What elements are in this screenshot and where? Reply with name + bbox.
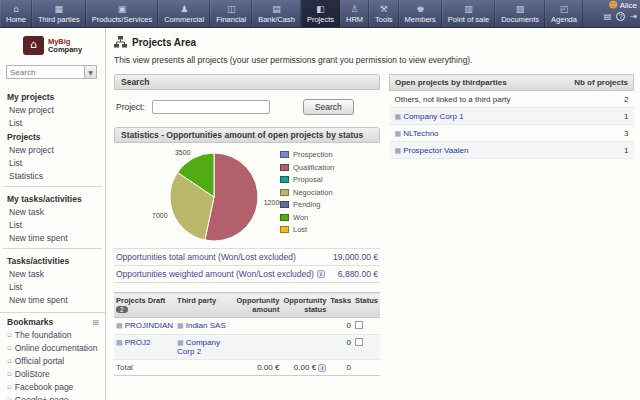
bookmarks-section: Bookmarks ⊞ ▫The foundation▫Online docum… bbox=[0, 312, 105, 400]
bookmark-item[interactable]: ▫Facebook page bbox=[0, 380, 105, 393]
tasks-cell: 0 bbox=[328, 335, 353, 360]
thirdparties-table: Open projects by thirdparties Nb of proj… bbox=[389, 74, 634, 159]
sidebar-item-new-project[interactable]: New project bbox=[0, 103, 105, 116]
bookmark-item[interactable]: ▫Google+ page bbox=[0, 393, 105, 400]
opportunity-status-cell bbox=[281, 318, 328, 335]
bookmark-item[interactable]: ▫The foundation bbox=[0, 328, 105, 341]
sidebar-item-list[interactable]: List bbox=[0, 156, 105, 169]
col-opportunity-amount[interactable]: Opportunity amount bbox=[232, 293, 282, 318]
bookmark-item[interactable]: ▫DoliStore bbox=[0, 367, 105, 380]
project-ref-link[interactable]: PROJINDIAN bbox=[125, 321, 173, 330]
menu-item-label: HRM bbox=[346, 15, 363, 24]
sidebar-item-list[interactable]: List bbox=[0, 218, 105, 231]
opportunity-status-cell bbox=[281, 335, 328, 360]
weighted-amount-row: Opportunities weighted amount (Won/Lost … bbox=[114, 266, 380, 283]
printer-icon[interactable]: ▤ bbox=[604, 12, 612, 21]
thirdparty-link[interactable]: NLTechno bbox=[403, 129, 438, 138]
third-parties-icon: ▦ bbox=[55, 4, 64, 14]
legend-item: Negociation bbox=[280, 188, 334, 197]
col-tasks[interactable]: Tasks bbox=[328, 293, 353, 318]
sidebar-item-new-task[interactable]: New task bbox=[0, 205, 105, 218]
bookmark-icon: ▫ bbox=[7, 383, 12, 391]
company-icon: ▦ bbox=[395, 130, 402, 138]
col-projects-draft[interactable]: Projects Draft 2 bbox=[114, 293, 175, 318]
project-icon: ▤ bbox=[116, 322, 123, 330]
thirdparty-row: Others, not linked to a third party2 bbox=[390, 91, 634, 108]
tasks-cell: 0 bbox=[328, 318, 353, 335]
legend-label: Won bbox=[293, 213, 308, 222]
sidebar-section-title: My projects bbox=[0, 89, 105, 103]
user-name[interactable]: Alice bbox=[620, 1, 637, 10]
total-amount-label[interactable]: Opportunities total amount (Won/Lost exc… bbox=[116, 252, 296, 262]
menu-item-projects[interactable]: ◧Projects bbox=[301, 0, 340, 27]
project-count: 1 bbox=[551, 142, 633, 159]
third-party-link[interactable]: Indian SAS bbox=[186, 321, 226, 330]
stats-body: 1200070003500 ProspectionQualificationPr… bbox=[114, 143, 380, 248]
col-status[interactable]: Status bbox=[353, 293, 380, 318]
col-opportunity-status[interactable]: Opportunity status bbox=[281, 293, 328, 318]
menu-item-agenda[interactable]: ◰Agenda bbox=[545, 0, 583, 27]
bookmark-item[interactable]: ▫Online documentation bbox=[0, 341, 105, 354]
bookmark-item[interactable]: ▫Official portal bbox=[0, 354, 105, 367]
weighted-amount-label[interactable]: Opportunities weighted amount (Won/Lost … bbox=[116, 269, 314, 279]
amounts-section: Opportunities total amount (Won/Lost exc… bbox=[114, 248, 380, 283]
status-draft-icon bbox=[355, 338, 363, 346]
projects-icon: ◧ bbox=[316, 4, 325, 14]
opportunity-amount-cell bbox=[232, 318, 282, 335]
third-party-cell: ▦Indian SAS bbox=[175, 318, 232, 335]
opportunity-amount-cell bbox=[232, 335, 282, 360]
sidebar-item-new-time-spent[interactable]: New time spent bbox=[0, 231, 105, 244]
menu-item-products-services[interactable]: ▣Products/Services bbox=[86, 0, 158, 27]
project-row: ▤PROJINDIAN▦Indian SAS0 bbox=[114, 318, 380, 335]
sidebar-item-new-project[interactable]: New project bbox=[0, 143, 105, 156]
legend-label: Prospection bbox=[293, 150, 333, 159]
project-count: 1 bbox=[551, 108, 633, 125]
total-amount-row: Opportunities total amount (Won/Lost exc… bbox=[114, 249, 380, 266]
legend-swatch bbox=[280, 151, 289, 158]
sidebar-item-list[interactable]: List bbox=[0, 280, 105, 293]
total-opportunity-amount: 0.00 € bbox=[232, 360, 282, 376]
menu-item-commercial[interactable]: ♟Commercial bbox=[158, 0, 210, 27]
legend-item: Lost bbox=[280, 225, 334, 234]
menu-item-tools[interactable]: ⚒Tools bbox=[369, 0, 399, 27]
menu-item-financial[interactable]: ◫Financial bbox=[210, 0, 252, 27]
user-box: ☻ Alice ▤ ? ⇥ bbox=[604, 1, 637, 21]
sidebar-item-new-task[interactable]: New task bbox=[0, 267, 105, 280]
bookmark-label: Official portal bbox=[15, 356, 64, 366]
sidebar-item-new-time-spent[interactable]: New time spent bbox=[0, 293, 105, 306]
sidebar-search-input[interactable] bbox=[6, 65, 84, 79]
project-search-button[interactable]: Search bbox=[303, 99, 354, 115]
info-icon: i bbox=[317, 270, 325, 278]
menu-item-third-parties[interactable]: ▦Third parties bbox=[32, 0, 86, 27]
menu-item-documents[interactable]: ▧Documents bbox=[495, 0, 545, 27]
sidebar-menu: My projectsNew projectListProjectsNew pr… bbox=[0, 89, 105, 306]
total-opportunity-status: 0.00 € i bbox=[281, 360, 328, 376]
agenda-icon: ◰ bbox=[560, 4, 569, 14]
company-logo[interactable]: ⌂ MyBig Company bbox=[0, 36, 105, 55]
logout-icon[interactable]: ⇥ bbox=[630, 12, 637, 21]
commercial-icon: ♟ bbox=[180, 4, 188, 14]
menu-item-hrm[interactable]: ♙HRM bbox=[340, 0, 369, 27]
search-dropdown-icon[interactable]: ▼ bbox=[84, 65, 97, 79]
draft-count-badge: 2 bbox=[116, 306, 128, 313]
bookmark-add-icon[interactable]: ⊞ bbox=[92, 318, 99, 327]
project-ref-cell: ▤PROJ2 bbox=[114, 335, 175, 360]
bank-cash-icon: ▤ bbox=[272, 4, 281, 14]
sidebar-item-list[interactable]: List bbox=[0, 116, 105, 129]
help-icon[interactable]: ? bbox=[616, 12, 625, 21]
project-ref-link[interactable]: PROJ2 bbox=[125, 338, 151, 347]
sidebar-item-statistics[interactable]: Statistics bbox=[0, 169, 105, 182]
legend-label: Lost bbox=[293, 225, 307, 234]
menu-item-bank-cash[interactable]: ▤Bank/Cash bbox=[252, 0, 301, 27]
menu-item-point-of-sale[interactable]: ▥Point of sale bbox=[442, 0, 495, 27]
thirdparty-link[interactable]: Prospector Vaalen bbox=[403, 146, 468, 155]
bookmark-label: DoliStore bbox=[15, 369, 50, 379]
menu-item-home[interactable]: ⌂Home bbox=[0, 0, 32, 27]
legend-swatch bbox=[280, 189, 289, 196]
menu-item-members[interactable]: ♚Members bbox=[399, 0, 442, 27]
legend-item: Proposal bbox=[280, 175, 334, 184]
col-third-party[interactable]: Third party bbox=[175, 293, 232, 318]
status-cell bbox=[353, 318, 380, 335]
project-search-input[interactable] bbox=[152, 100, 270, 114]
thirdparty-link[interactable]: Company Corp 1 bbox=[403, 112, 463, 121]
